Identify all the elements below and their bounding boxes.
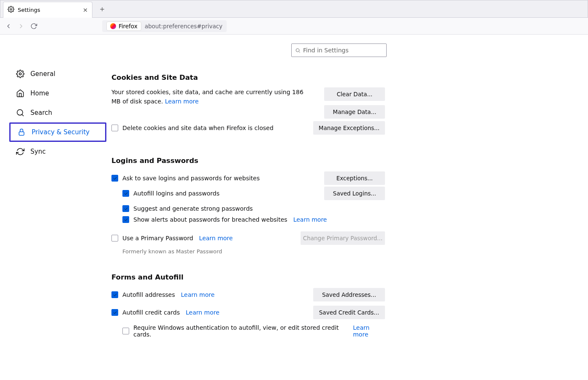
checkbox-icon: [111, 309, 118, 316]
sidebar-item-label: Search: [30, 109, 52, 117]
breach-alerts-checkbox[interactable]: Show alerts about passwords for breached…: [122, 216, 385, 223]
checkbox-icon: [111, 235, 118, 242]
sidebar-item-privacy[interactable]: Privacy & Security: [9, 122, 106, 142]
checkbox-icon: [122, 190, 129, 197]
autofill-logins-checkbox[interactable]: Autofill logins and passwords: [122, 190, 219, 197]
delete-on-close-checkbox[interactable]: Delete cookies and site data when Firefo…: [111, 125, 274, 131]
new-tab-button[interactable]: ＋: [98, 4, 106, 14]
cookies-desc-text: Your stored cookies, site data, and cach…: [111, 89, 303, 105]
cookies-heading: Cookies and Site Data: [111, 73, 385, 81]
cookies-desc: Your stored cookies, site data, and cach…: [111, 87, 314, 106]
sidebar-item-search[interactable]: Search: [9, 103, 106, 122]
forward-button[interactable]: [18, 23, 24, 30]
primary-password-checkbox[interactable]: Use a Primary Password Learn more: [111, 235, 233, 242]
sync-icon: [16, 147, 24, 156]
addresses-learn-more-link[interactable]: Learn more: [181, 291, 214, 298]
cards-learn-more-link[interactable]: Learn more: [186, 309, 219, 316]
clear-data-button[interactable]: Clear Data...: [324, 87, 385, 101]
lock-icon: [17, 128, 26, 136]
sidebar-item-general[interactable]: General: [9, 64, 106, 84]
checkbox-label: Autofill addresses: [122, 291, 175, 298]
url-bar[interactable]: Firefox about:preferences#privacy: [102, 20, 227, 32]
change-primary-button[interactable]: Change Primary Password...: [301, 231, 385, 245]
autofill-addresses-checkbox[interactable]: Autofill addresses Learn more: [111, 291, 214, 298]
checkbox-label: Require Windows authentication to autofi…: [133, 324, 347, 338]
autofill-cards-checkbox[interactable]: Autofill credit cards Learn more: [111, 309, 219, 316]
require-auth-checkbox[interactable]: Require Windows authentication to autofi…: [122, 324, 385, 338]
sidebar-item-label: Sync: [30, 148, 46, 155]
checkbox-label: Show alerts about passwords for breached…: [133, 216, 287, 223]
primary-learn-more-link[interactable]: Learn more: [199, 235, 233, 242]
checkbox-icon: [111, 291, 118, 298]
suggest-passwords-checkbox[interactable]: Suggest and generate strong passwords: [122, 205, 385, 212]
saved-addresses-button[interactable]: Saved Addresses...: [313, 288, 385, 301]
gear-icon: [16, 70, 24, 78]
checkbox-icon: [122, 328, 129, 334]
identity-label: Firefox: [119, 23, 138, 30]
home-icon: [16, 89, 24, 98]
sidebar-item-label: Home: [30, 90, 49, 97]
close-tab-button[interactable]: ✕: [83, 7, 88, 14]
forms-heading: Forms and Autofill: [111, 273, 385, 281]
sidebar-item-label: General: [30, 70, 55, 78]
main-panel: Cookies and Site Data Your stored cookie…: [106, 44, 393, 342]
search-icon: [16, 109, 24, 117]
content-area: General Home Search Privacy & Security S…: [0, 35, 588, 342]
identity-box[interactable]: Firefox: [106, 22, 141, 31]
logins-exceptions-button[interactable]: Exceptions...: [324, 171, 385, 185]
checkbox-label: Use a Primary Password: [122, 235, 193, 242]
back-button[interactable]: [5, 23, 12, 30]
require-learn-more-link[interactable]: Learn more: [353, 324, 385, 338]
checkbox-label: Autofill credit cards: [122, 309, 180, 316]
firefox-logo-icon: [110, 23, 116, 29]
checkbox-label: Suggest and generate strong passwords: [133, 205, 253, 212]
manage-data-button[interactable]: Manage Data...: [324, 105, 385, 119]
sidebar-item-label: Privacy & Security: [32, 128, 89, 136]
reload-button[interactable]: [30, 23, 37, 30]
sidebar-item-home[interactable]: Home: [9, 84, 106, 103]
saved-logins-button[interactable]: Saved Logins...: [324, 187, 385, 200]
gear-icon: [8, 6, 14, 14]
browser-tab[interactable]: Settings ✕: [3, 2, 92, 18]
checkbox-icon: [111, 125, 118, 131]
svg-rect-4: [19, 132, 24, 135]
svg-point-0: [10, 8, 12, 10]
search-placeholder: Find in Settings: [303, 47, 349, 54]
manage-exceptions-button[interactable]: Manage Exceptions...: [313, 121, 385, 135]
ask-save-checkbox[interactable]: Ask to save logins and passwords for web…: [111, 175, 260, 182]
formerly-note: Formerly known as Master Password: [122, 248, 385, 255]
checkbox-label: Delete cookies and site data when Firefo…: [122, 125, 274, 131]
tab-strip: Settings ✕ ＋: [0, 0, 588, 18]
svg-point-2: [19, 73, 22, 75]
checkbox-label: Autofill logins and passwords: [133, 190, 219, 197]
settings-search-input[interactable]: Find in Settings: [291, 43, 387, 57]
sidebar: General Home Search Privacy & Security S…: [0, 44, 106, 342]
saved-cards-button[interactable]: Saved Credit Cards...: [313, 306, 385, 319]
logins-heading: Logins and Passwords: [111, 157, 385, 165]
svg-point-1: [296, 49, 299, 52]
checkbox-label: Ask to save logins and passwords for web…: [122, 175, 260, 182]
tab-title: Settings: [18, 7, 40, 13]
cookies-learn-more-link[interactable]: Learn more: [165, 98, 199, 105]
sidebar-item-sync[interactable]: Sync: [9, 142, 106, 161]
checkbox-icon: [122, 205, 129, 212]
checkbox-icon: [122, 216, 129, 223]
url-text: about:preferences#privacy: [145, 23, 222, 30]
breach-learn-more-link[interactable]: Learn more: [293, 216, 327, 223]
nav-toolbar: Firefox about:preferences#privacy: [0, 18, 588, 35]
checkbox-icon: [111, 175, 118, 182]
